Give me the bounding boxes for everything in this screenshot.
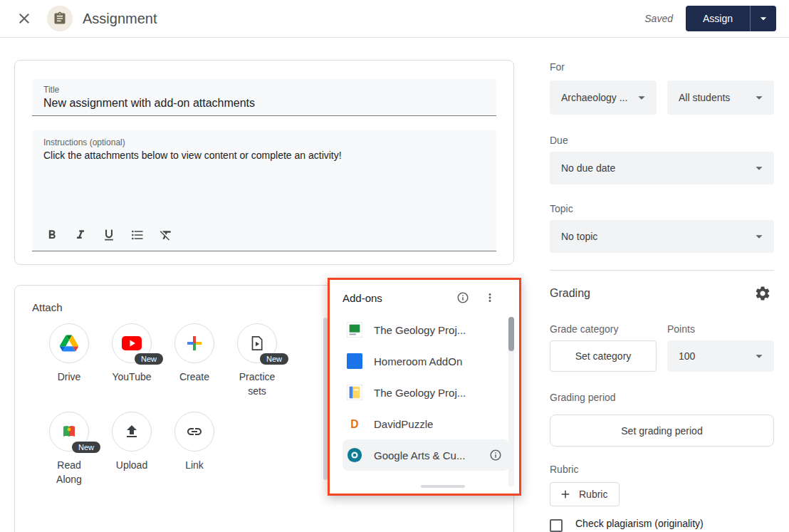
attach-label-drive: Drive: [58, 370, 81, 384]
info-icon: [456, 291, 469, 304]
google-drive-icon: [60, 335, 78, 352]
details-card: Title New assignment with add-on attachm…: [14, 60, 514, 265]
addons-list: The Geology Proj... Homeroom AddOn The G…: [343, 314, 509, 471]
link-attach-button[interactable]: [174, 412, 214, 452]
title-label: Title: [43, 85, 485, 95]
close-icon: [16, 10, 33, 27]
due-label: Due: [550, 135, 774, 146]
set-grading-period-button[interactable]: Set grading period: [550, 414, 774, 447]
chevron-down-icon: [751, 348, 767, 364]
addon-name: DavidPuzzle: [374, 418, 433, 430]
topic-select[interactable]: No topic: [550, 220, 774, 253]
italic-icon: [73, 228, 88, 242]
addon-name: The Geology Proj...: [374, 324, 466, 336]
students-select-value: All students: [679, 92, 751, 103]
attach-item-practice-sets: New Practice sets: [226, 323, 288, 412]
formatting-toolbar: [43, 221, 485, 251]
bold-button[interactable]: [43, 226, 61, 244]
instructions-input[interactable]: Click the attachments below to view cont…: [43, 150, 485, 161]
new-badge: New: [135, 353, 163, 365]
assignment-editor: Assignment Saved Assign Title New assign…: [0, 0, 789, 532]
panel-divider: [550, 270, 774, 271]
chevron-down-icon: [751, 229, 767, 244]
addon-name: The Geology Proj...: [374, 387, 466, 399]
bold-icon: [45, 228, 59, 242]
points-value: 100: [679, 350, 751, 362]
plagiarism-row: Check plagiarism (originality) Learn mor…: [550, 518, 774, 532]
grading-header: Grading: [550, 282, 774, 305]
assign-dropdown-button[interactable]: [750, 6, 776, 31]
attach-label-upload: Upload: [116, 458, 147, 472]
close-button[interactable]: [13, 7, 36, 30]
attach-item-read-along: New Read Along: [38, 412, 100, 486]
bulleted-list-button[interactable]: [129, 226, 146, 244]
grading-controls: Set category 100: [550, 340, 774, 372]
upload-icon: [123, 423, 140, 440]
davidpuzzle-addon-icon: D: [347, 416, 362, 432]
clear-formatting-button[interactable]: [157, 226, 174, 244]
instructions-field[interactable]: Instructions (optional) Click the attach…: [32, 130, 496, 251]
addon-item-geology-2[interactable]: The Geology Proj...: [343, 377, 509, 408]
settings-panel: For Archaeology ... All students Due No …: [550, 56, 774, 532]
link-icon: [186, 423, 203, 440]
grade-category-select[interactable]: Set category: [550, 340, 657, 372]
gear-icon: [754, 285, 771, 302]
addons-header: Add-ons: [343, 288, 509, 307]
attach-label-link: Link: [185, 458, 204, 472]
addon-item-davidpuzzle[interactable]: D DavidPuzzle: [343, 408, 509, 439]
create-attach-button[interactable]: [174, 323, 214, 363]
addons-info-button[interactable]: [454, 288, 472, 307]
students-select[interactable]: All students: [667, 80, 774, 115]
due-date-value: No due date: [561, 162, 751, 174]
attach-label-create: Create: [179, 370, 209, 384]
attach-label-youtube: YouTube: [112, 370, 151, 384]
plagiarism-checkbox[interactable]: [550, 519, 563, 532]
attach-item-drive: Drive: [38, 323, 100, 412]
assign-split-button: Assign: [686, 6, 776, 31]
points-label: Points: [667, 323, 695, 335]
points-select[interactable]: 100: [667, 340, 774, 372]
addons-scrollbar-track[interactable]: [508, 317, 514, 486]
addon-info-button[interactable]: [486, 446, 505, 464]
title-input[interactable]: New assignment with add-on attachments: [43, 97, 485, 110]
plagiarism-label: Check plagiarism (originality): [575, 518, 704, 529]
addon-item-geology-1[interactable]: The Geology Proj...: [343, 314, 509, 345]
instructions-label: Instructions (optional): [43, 137, 485, 147]
grading-heading: Grading: [550, 287, 590, 300]
drive-attach-button[interactable]: [49, 323, 89, 363]
plagiarism-text: Check plagiarism (originality) Learn mor…: [575, 518, 704, 532]
class-select-value: Archaeology ...: [561, 92, 634, 103]
arts-culture-addon-icon: [347, 447, 362, 463]
attach-label-practice-sets: Practice sets: [231, 370, 283, 398]
addon-item-arts-culture[interactable]: Google Arts & Cu...: [343, 439, 509, 471]
topic-value: No topic: [561, 231, 751, 242]
due-date-select[interactable]: No due date: [550, 152, 774, 184]
italic-button[interactable]: [72, 226, 89, 244]
addons-popup: Add-ons The Geology Proj... Homeroom Add…: [328, 278, 521, 496]
for-label: For: [550, 61, 774, 73]
create-plus-icon: [186, 335, 203, 352]
addon-name: Homeroom AddOn: [374, 355, 462, 367]
youtube-icon: [122, 336, 142, 350]
add-rubric-button[interactable]: Rubric: [550, 482, 620, 506]
chevron-down-icon: [751, 90, 767, 105]
topbar: Assignment Saved Assign: [0, 0, 789, 38]
grading-labels: Grade category Points: [550, 323, 774, 335]
assign-button[interactable]: Assign: [686, 6, 750, 31]
rubric-label: Rubric: [550, 464, 774, 475]
class-select[interactable]: Archaeology ...: [550, 80, 657, 115]
title-field[interactable]: Title New assignment with add-on attachm…: [32, 79, 496, 116]
chevron-down-icon: [634, 90, 649, 105]
underline-button[interactable]: [100, 226, 117, 244]
underline-icon: [102, 228, 116, 242]
upload-attach-button[interactable]: [112, 412, 152, 452]
addon-item-homeroom[interactable]: Homeroom AddOn: [343, 345, 509, 377]
chevron-down-icon: [751, 160, 767, 176]
grading-settings-button[interactable]: [751, 282, 774, 305]
homeroom-addon-icon: [347, 353, 362, 369]
chevron-down-icon: [756, 11, 770, 26]
addons-scrollbar-thumb[interactable]: [508, 317, 514, 351]
page-title: Assignment: [83, 11, 157, 27]
addons-menu-button[interactable]: [481, 288, 499, 307]
geology-addon-icon: [347, 322, 362, 338]
